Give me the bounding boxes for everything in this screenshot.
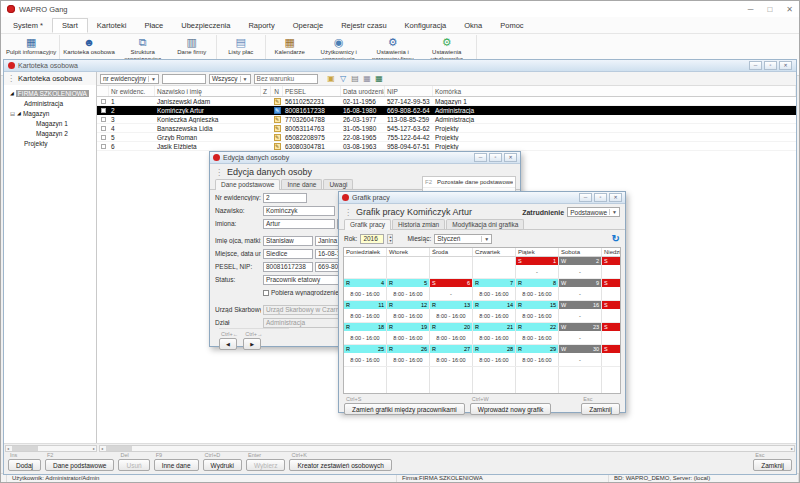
calendar-day-7[interactable]: R78:00 - 16:00 [473,279,516,300]
calendar-day-21[interactable]: R218:00 - 16:00 [473,323,516,344]
ribbon-button-pulpit-informacyjny[interactable]: ▦Pulpit informacyjny [6,35,56,56]
employment-combo[interactable]: Podstawowe ▼ [567,207,620,217]
menu-tab-system[interactable]: System * [4,19,52,32]
salary-fund-checkbox[interactable] [263,290,269,296]
dialog-minimize-icon[interactable]: ─ [579,193,592,202]
filter-scope-combo[interactable]: Wszyscy ▼ [209,74,251,84]
dialog-close-icon[interactable]: ✕ [609,193,622,202]
edit-grid-icon[interactable]: ▤ [351,74,360,83]
ribbon-button-listy-plac[interactable]: ▤Listy płac [220,35,262,56]
tree-item-magazyn-1[interactable]: Magazyn 1 [4,118,96,128]
edit-tab-inne-dane[interactable]: Inne dane [281,179,322,189]
tree-hscrollbar[interactable]: ◂▸ [5,445,97,452]
menu-tab-okna[interactable]: Okna [455,19,491,32]
edit-note-icon[interactable]: ✎ [274,98,281,105]
year-spinner[interactable]: 2016 [360,234,384,244]
edit-note-icon[interactable]: ✎ [274,143,281,150]
menu-tab-pomoc[interactable]: Pomoc [491,19,532,32]
table-row[interactable]: 2Komińczyk Artur✎8008161723816-08-198066… [97,106,796,115]
open-folder-icon[interactable]: ▣ [327,74,336,83]
child-close-icon[interactable]: ✕ [779,61,792,70]
edit-note-icon[interactable]: ✎ [274,107,281,114]
calendar-day-26[interactable]: R268:00 - 16:00 [387,345,430,366]
column-header-n[interactable]: N [271,86,283,96]
dialog-close-icon[interactable]: ✕ [504,153,517,162]
month-combo[interactable]: Styczeń ▼ [434,234,492,244]
calendar-day-28[interactable]: R288:00 - 16:00 [473,345,516,366]
calendar-day-13[interactable]: R138:00 - 16:00 [430,301,473,322]
next-person-button[interactable]: ▶ [243,338,261,350]
calendar-day-8[interactable]: R88:00 - 16:00 [516,279,559,300]
column-header-pesel[interactable]: PESEL [283,86,341,96]
calendar-day-5[interactable]: R58:00 - 16:00 [387,279,430,300]
schedule-tab-grafik-pracy[interactable]: Grafik pracy [344,219,391,230]
calendar-day-9[interactable]: W9- [559,279,602,300]
menu-tab-rejestr-czasu[interactable]: Rejestr czasu [332,19,395,32]
calendar-day-empty[interactable] [430,367,473,393]
calendar-day-empty[interactable] [430,257,473,278]
calendar-day-19[interactable]: R198:00 - 16:00 [387,323,430,344]
calendar-day-empty[interactable] [344,367,387,393]
dialog-maximize-icon[interactable]: ▫ [594,193,607,202]
calendar-day-1[interactable]: S1- [516,257,559,278]
excel-export-icon[interactable]: ▦ [375,74,384,83]
table-row[interactable]: 6Jasik Elżbieta✎6308030478103-08-1963958… [97,142,796,151]
calendar-day-2[interactable]: W2- [559,257,602,278]
side-item-pozostale-dane-podstawowe[interactable]: F2Pozostałe dane podstawowe [423,177,515,188]
calendar-day-12[interactable]: R128:00 - 16:00 [387,301,430,322]
column-header-komorka[interactable]: Komórka [433,86,796,96]
tree-item-magazyn-2[interactable]: Magazyn 2 [4,128,96,138]
field-imiona[interactable]: Artur [263,219,335,229]
schedule-tab-modyfikacja-dni-grafika[interactable]: Modyfikacja dni grafika [446,219,524,229]
field-miejsce-data-ur[interactable]: Siedlce [263,249,313,259]
filter-field-combo[interactable]: nr ewidencyjny ▼ [100,74,159,84]
tree-item-magazyn[interactable]: ⊟◢Magazyn [4,108,96,118]
calendar-day-14[interactable]: R148:00 - 16:00 [473,301,516,322]
calendar-day-10[interactable]: S10- [602,279,621,300]
expander-icon[interactable]: ◢ [10,90,14,96]
collapse-box-icon[interactable]: ⊟ [10,110,15,117]
button-wydruki[interactable]: Wydruki [203,459,242,471]
calendar-day-empty[interactable] [559,367,602,393]
menu-tab-operacje[interactable]: Operacje [284,19,332,32]
button-inne-dane[interactable]: Inne dane [154,459,199,471]
edit-note-icon[interactable]: ✎ [274,116,281,123]
calendar-day-30[interactable]: W30- [559,345,602,366]
calendar-day-15[interactable]: R158:00 - 16:00 [516,301,559,322]
maximize-icon[interactable]: □ [767,5,772,14]
calendar-day-empty[interactable] [602,367,621,393]
column-header-z[interactable]: Z [261,86,271,96]
close-icon[interactable]: ✕ [786,5,793,14]
button-wprowadz-nowy-grafik[interactable]: Wprowadź nowy grafik [470,403,551,415]
calendar-day-24[interactable]: S24- [602,323,621,344]
calendar-day-empty[interactable] [516,367,559,393]
menu-tab-start[interactable]: Start [52,18,88,33]
row-checkbox[interactable] [101,126,106,131]
calendar-day-18[interactable]: R188:00 - 16:00 [344,323,387,344]
edit-tab-dane-podstawowe[interactable]: Dane podstawowe [215,179,280,190]
table-row[interactable]: 4Banaszewska Lidia✎8005311476331-05-1980… [97,124,796,133]
row-checkbox[interactable] [101,144,106,149]
calendar-day-22[interactable]: R228:00 - 16:00 [516,323,559,344]
dialog-minimize-icon[interactable]: ─ [474,153,487,162]
schedule-tab-historia-zmian[interactable]: Historia zmian [392,219,445,229]
table-row[interactable]: 3Konieczka Agnieszka✎7703260478826-03-19… [97,115,796,124]
column-header-nip[interactable]: NIP [385,86,433,96]
column-header-nazwisko-i-imie[interactable]: Nazwisko i imię [155,86,261,96]
button-zamien-grafiki-miedzy-pracownikami[interactable]: Zamień grafiki między pracownikami [344,403,465,415]
field-imie-ojca-matki[interactable]: Stanisław [263,236,313,246]
refresh-icon[interactable]: ↻ [612,233,620,244]
expander-icon[interactable]: ◢ [17,110,21,116]
calendar-day-17[interactable]: S17- [602,301,621,322]
calendar-day-11[interactable]: R118:00 - 16:00 [344,301,387,322]
calendar-day-empty[interactable] [387,257,430,278]
calendar-day-4[interactable]: R48:00 - 16:00 [344,279,387,300]
menu-tab-konfiguracja[interactable]: Konfiguracja [396,19,456,32]
spinner-arrows-icon[interactable]: ▴▾ [387,234,393,244]
calendar-day-27[interactable]: R278:00 - 16:00 [430,345,473,366]
calendar-day-empty[interactable] [387,367,430,393]
calendar-day-20[interactable]: R208:00 - 16:00 [430,323,473,344]
calendar-day-23[interactable]: W23- [559,323,602,344]
search-input[interactable] [162,74,206,84]
column-header-nr-ewidenc[interactable]: Nr ewidenc. [109,86,155,96]
